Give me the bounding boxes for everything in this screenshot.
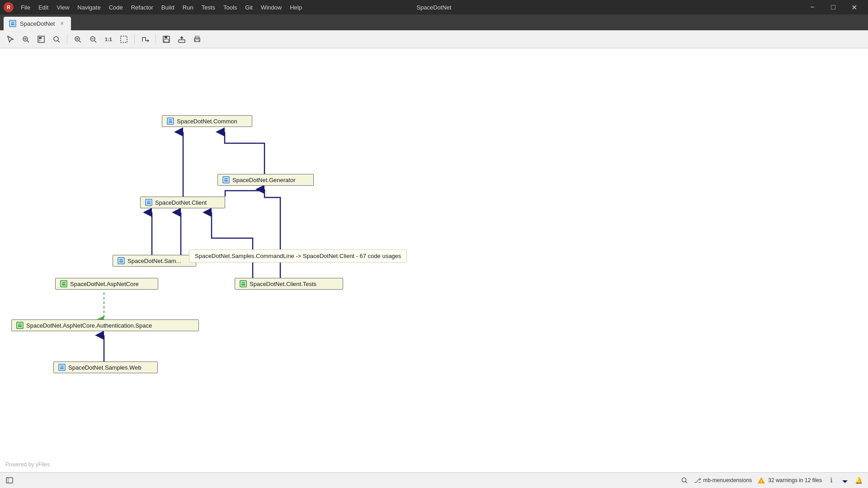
diagram-tab[interactable]: SpaceDotNet × — [4, 17, 71, 30]
menu-file[interactable]: File — [17, 2, 34, 13]
menu-help[interactable]: Help — [286, 2, 306, 13]
svg-marker-57 — [842, 480, 848, 483]
warning-count: 32 warnings in 12 files — [768, 477, 822, 483]
fit-page-button[interactable] — [117, 33, 131, 46]
node-aspnetcore-icon — [60, 280, 67, 287]
svg-rect-7 — [39, 37, 42, 39]
svg-line-54 — [686, 482, 688, 483]
tab-close-button[interactable]: × — [58, 20, 66, 27]
export-button[interactable] — [175, 33, 189, 46]
menu-refactor[interactable]: Refactor — [127, 2, 157, 13]
window-controls: − □ ✕ — [802, 0, 864, 14]
node-web-icon — [58, 364, 66, 371]
menu-tools[interactable]: Tools — [220, 2, 241, 13]
menu-build[interactable]: Build — [158, 2, 178, 13]
node-clienttests-label: SpaceDotNet.Client.Tests — [250, 281, 316, 287]
menu-navigate[interactable]: Navigate — [74, 2, 104, 13]
zoom-in-button[interactable] — [71, 33, 85, 46]
tab-icon — [9, 20, 16, 27]
select-tool-button[interactable] — [4, 33, 17, 46]
status-left — [5, 476, 14, 484]
node-web-label: SpaceDotNet.Samples.Web — [68, 364, 142, 371]
menu-tests[interactable]: Tests — [198, 2, 219, 13]
notification-icon[interactable]: 🔔 — [854, 476, 863, 484]
diagram-canvas[interactable]: SpaceDotNet.Common SpaceDotNet.Generator… — [0, 48, 868, 472]
svg-point-53 — [682, 478, 686, 482]
svg-rect-18 — [121, 36, 127, 42]
node-common-label: SpaceDotNet.Common — [177, 118, 237, 125]
node-generator[interactable]: SpaceDotNet.Generator — [217, 174, 314, 186]
svg-rect-39 — [146, 200, 151, 205]
toggle-sidebar-icon[interactable] — [5, 476, 14, 484]
svg-marker-19 — [147, 39, 149, 42]
svg-line-16 — [94, 41, 96, 42]
toolbar: 1:1 — [0, 30, 868, 48]
svg-rect-45 — [241, 282, 245, 286]
svg-rect-22 — [164, 39, 169, 42]
svg-rect-49 — [60, 365, 64, 370]
node-generator-label: SpaceDotNet.Generator — [232, 177, 295, 183]
tab-label: SpaceDotNet — [20, 20, 55, 27]
toolbar-separator-3 — [156, 35, 156, 44]
node-samples-icon — [118, 257, 125, 264]
svg-rect-47 — [18, 323, 22, 328]
save-button[interactable] — [160, 33, 173, 46]
menu-window[interactable]: Window — [257, 2, 285, 13]
node-clienttests[interactable]: SpaceDotNet.Client.Tests — [235, 278, 343, 290]
window-title: SpaceDotNet — [416, 4, 451, 11]
branch-status[interactable]: ⎇ mb-menuextensions — [694, 477, 752, 484]
info-status-icon[interactable]: ℹ — [827, 476, 835, 484]
node-web[interactable]: SpaceDotNet.Samples.Web — [53, 361, 158, 373]
overview-button[interactable] — [34, 33, 48, 46]
minimize-button[interactable]: − — [802, 0, 823, 14]
svg-rect-37 — [224, 178, 228, 182]
status-right: ⎇ mb-menuextensions ! 32 warnings in 12 … — [680, 476, 863, 484]
svg-rect-8 — [39, 40, 40, 41]
maximize-button[interactable]: □ — [823, 0, 844, 14]
menu-run[interactable]: Run — [179, 2, 197, 13]
menu-edit[interactable]: Edit — [35, 2, 52, 13]
status-bar: ⎇ mb-menuextensions ! 32 warnings in 12 … — [0, 472, 868, 488]
node-auth-icon — [16, 322, 24, 329]
node-client-icon — [145, 199, 152, 206]
zoom-fit-button[interactable] — [19, 33, 33, 46]
zoom-reset-button[interactable]: 1:1 — [102, 33, 115, 46]
node-auth-label: SpaceDotNet.AspNetCore.Authentication.Sp… — [26, 322, 152, 329]
node-aspnetcore[interactable]: SpaceDotNet.AspNetCore — [55, 278, 158, 290]
print-button[interactable] — [190, 33, 204, 46]
svg-rect-43 — [61, 282, 66, 286]
toolbar-separator-1 — [67, 35, 67, 44]
node-samples[interactable]: SpaceDotNet.Sam... — [113, 255, 196, 267]
svg-marker-24 — [180, 36, 184, 38]
node-client-label: SpaceDotNet.Client — [155, 199, 207, 206]
edge-tooltip: SpaceDotNet.Samples.CommandLine -> Space… — [189, 249, 407, 263]
menu-code[interactable]: Code — [105, 2, 127, 13]
svg-rect-51 — [6, 478, 13, 483]
warnings-status[interactable]: ! 32 warnings in 12 files — [757, 476, 822, 484]
search-status-icon[interactable] — [680, 476, 689, 484]
menu-bar: File Edit View Navigate Code Refactor Bu… — [17, 2, 798, 13]
svg-rect-35 — [168, 119, 173, 123]
node-client[interactable]: SpaceDotNet.Client — [140, 197, 225, 208]
node-auth[interactable]: SpaceDotNet.AspNetCore.Authentication.Sp… — [11, 319, 199, 331]
svg-text:!: ! — [761, 479, 762, 483]
close-button[interactable]: ✕ — [844, 0, 864, 14]
svg-rect-0 — [10, 21, 15, 26]
git-pull-icon[interactable] — [841, 476, 849, 484]
svg-rect-27 — [195, 40, 199, 42]
menu-view[interactable]: View — [53, 2, 73, 13]
menu-git[interactable]: Git — [241, 2, 256, 13]
zoom-selection-button[interactable] — [50, 33, 63, 46]
svg-line-12 — [79, 41, 81, 42]
powered-by-label: Powered by yFiles — [5, 461, 50, 468]
title-bar: R File Edit View Navigate Code Refactor … — [0, 0, 868, 14]
toggle-orthogonal-button[interactable] — [138, 33, 152, 46]
node-common[interactable]: SpaceDotNet.Common — [162, 115, 252, 127]
node-clienttests-icon — [240, 280, 247, 287]
svg-rect-41 — [119, 258, 123, 263]
branch-name: mb-menuextensions — [703, 477, 752, 483]
svg-rect-23 — [179, 40, 185, 42]
zoom-out-button[interactable] — [86, 33, 100, 46]
node-aspnetcore-label: SpaceDotNet.AspNetCore — [70, 281, 139, 287]
svg-line-3 — [27, 41, 29, 42]
